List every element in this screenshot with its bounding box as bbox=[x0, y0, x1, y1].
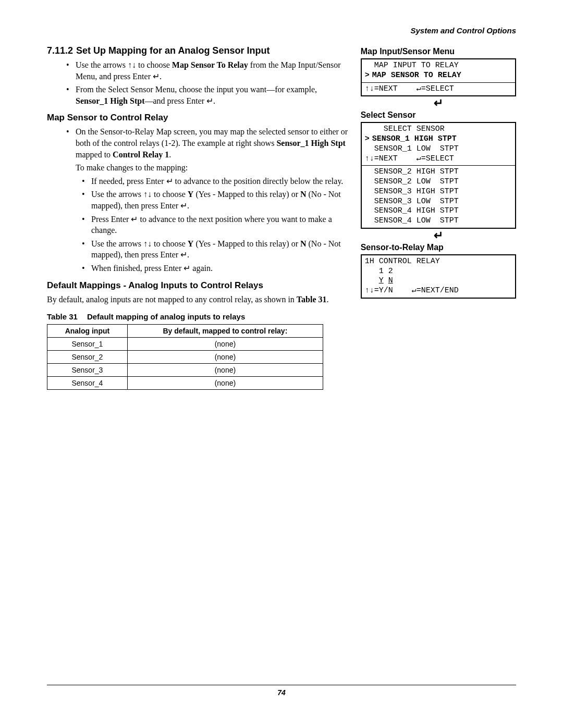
lcd-panels-column: Map Input/Sensor Menu MAP INPUT TO RELAY… bbox=[361, 45, 516, 390]
table-cell: Sensor_1 bbox=[47, 338, 128, 351]
map-input-sensor-menu-lcd: MAP INPUT TO RELAY >MAP SENSOR TO RELAY … bbox=[361, 58, 516, 96]
table-cell: Sensor_2 bbox=[47, 351, 128, 364]
table-cell: Sensor_3 bbox=[47, 364, 128, 377]
table-cell: (none) bbox=[127, 364, 323, 377]
table-row: Sensor_1 (none) bbox=[47, 338, 323, 351]
lcd-line: Y N bbox=[365, 276, 512, 286]
table-cell: (none) bbox=[127, 377, 323, 390]
table-caption-text: Default mapping of analog inputs to rela… bbox=[87, 312, 245, 321]
lcd-nav-line: ↑↓=Y/N ↵=NEXT/END bbox=[365, 286, 512, 296]
main-content-column: 7.11.2Set Up Mapping for an Analog Senso… bbox=[47, 45, 350, 390]
lcd-line: SELECT SENSOR bbox=[365, 125, 512, 134]
sub1-subbullets: If needed, press Enter ↵ to advance to t… bbox=[47, 176, 350, 274]
bullet-item: From the Select Sensor Menu, choose the … bbox=[76, 84, 350, 106]
table-cell: Sensor_4 bbox=[47, 377, 128, 390]
section-number: 7.11.2 bbox=[47, 45, 73, 56]
select-sensor-lcd: SELECT SENSOR >SENSOR_1 HIGH STPT SENSOR… bbox=[361, 122, 516, 229]
document-page: System and Control Options 7.11.2Set Up … bbox=[0, 0, 563, 728]
lcd-nav-line: ↑↓=NEXT ↵=SELECT bbox=[365, 154, 512, 164]
page-footer: 74 bbox=[47, 685, 516, 697]
default-mapping-table: Analog input By default, mapped to contr… bbox=[47, 324, 323, 390]
sensor-to-relay-map-lcd: 1H CONTROL RELAY 1 2 Y N ↑↓=Y/N ↵=NEXT/E… bbox=[361, 254, 516, 299]
table-row: Sensor_4 (none) bbox=[47, 377, 323, 390]
bullet-item: Use the arrows ↑↓ to choose Y (Yes - Map… bbox=[91, 189, 350, 211]
panel2-title: Select Sensor bbox=[361, 110, 516, 120]
bullet-item: Use the arrows ↑↓ to choose Map Sensor T… bbox=[76, 59, 350, 82]
table-row: Sensor_3 (none) bbox=[47, 364, 323, 377]
lcd-line: MAP INPUT TO RELAY bbox=[365, 61, 512, 71]
page-header: System and Control Options bbox=[47, 26, 516, 35]
panel3-title: Sensor-to-Relay Map bbox=[361, 243, 516, 252]
bullet-item: Press Enter ↵ to advance to the next pos… bbox=[91, 214, 350, 236]
table-cell: (none) bbox=[127, 351, 323, 364]
lcd-line: SENSOR_3 LOW STPT bbox=[365, 197, 512, 207]
page-number: 74 bbox=[277, 688, 286, 697]
lcd-line-selected: >MAP SENSOR TO RELAY bbox=[365, 71, 512, 81]
lcd-line-selected: >SENSOR_1 HIGH STPT bbox=[365, 134, 512, 144]
lcd-line: SENSOR_3 HIGH STPT bbox=[365, 187, 512, 197]
bullet-item: When finished, press Enter ↵ again. bbox=[91, 263, 350, 274]
lcd-line: SENSOR_1 LOW STPT bbox=[365, 144, 512, 154]
enter-arrow-icon: ↵ bbox=[361, 230, 516, 241]
section-heading: 7.11.2Set Up Mapping for an Analog Senso… bbox=[47, 45, 350, 56]
section-title: Set Up Mapping for an Analog Sensor Inpu… bbox=[76, 45, 270, 56]
lcd-line: 1H CONTROL RELAY bbox=[365, 257, 512, 267]
panel1-title: Map Input/Sensor Menu bbox=[361, 47, 516, 56]
intro-line-2: To make changes to the mapping: bbox=[76, 162, 350, 174]
lcd-line: SENSOR_2 HIGH STPT bbox=[365, 167, 512, 177]
lcd-line: SENSOR_4 LOW STPT bbox=[365, 216, 512, 226]
sub1-bullets: On the Sensor-to-Relay Map screen, you m… bbox=[47, 126, 350, 160]
table-row: Sensor_2 (none) bbox=[47, 351, 323, 364]
bullet-item: On the Sensor-to-Relay Map screen, you m… bbox=[76, 126, 350, 160]
table-header: Analog input bbox=[47, 325, 128, 338]
subsection-heading: Map Sensor to Control Relay bbox=[47, 113, 350, 123]
lcd-nav-line: ↑↓=NEXT ↵=SELECT bbox=[365, 84, 512, 94]
table-header: By default, mapped to control relay: bbox=[127, 325, 323, 338]
intro-bullets: Use the arrows ↑↓ to choose Map Sensor T… bbox=[47, 59, 350, 106]
table-number: Table 31 bbox=[47, 312, 78, 321]
bullet-item: Use the arrows ↑↓ to choose Y (Yes - Map… bbox=[91, 238, 350, 261]
bullet-item: If needed, press Enter ↵ to advance to t… bbox=[91, 176, 350, 187]
subsection-heading-2: Default Mappings - Analog Inputs to Cont… bbox=[47, 280, 350, 291]
table-caption: Table 31Default mapping of analog inputs… bbox=[47, 312, 350, 321]
enter-arrow-icon: ↵ bbox=[361, 97, 516, 109]
lcd-line: 1 2 bbox=[365, 267, 512, 277]
lcd-line: SENSOR_4 HIGH STPT bbox=[365, 206, 512, 216]
lcd-line: SENSOR_2 LOW STPT bbox=[365, 177, 512, 187]
default-mapping-para: By default, analog inputs are not mapped… bbox=[47, 294, 350, 305]
table-cell: (none) bbox=[127, 338, 323, 351]
